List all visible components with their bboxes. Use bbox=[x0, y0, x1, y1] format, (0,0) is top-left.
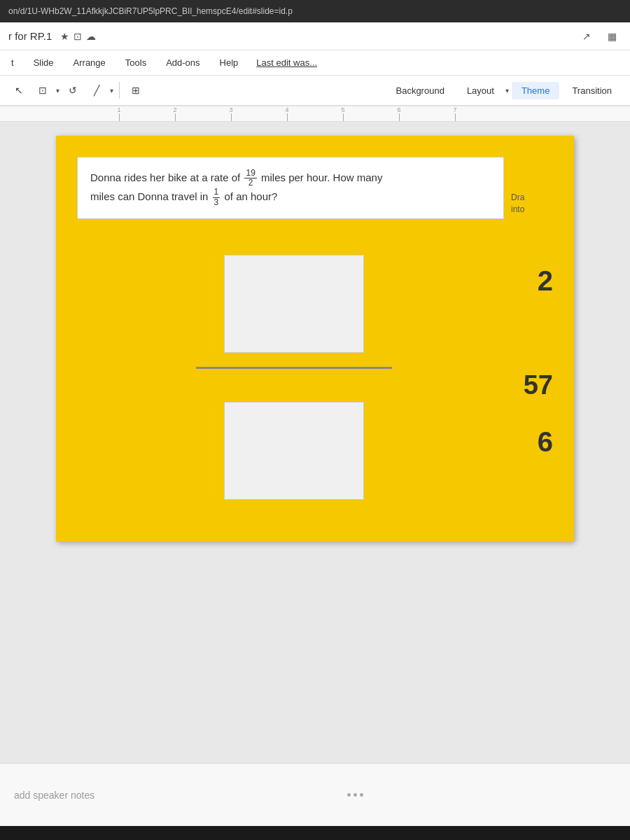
toolbar-separator-1 bbox=[119, 82, 120, 99]
title-bar: r for RP.1 ★ ⊡ ☁ ↗ ▦ bbox=[0, 22, 630, 50]
title-bar-left: r for RP.1 ★ ⊡ ☁ bbox=[8, 30, 96, 42]
plus-icon: ⊞ bbox=[132, 85, 140, 96]
right-panel-text: Dra into bbox=[511, 192, 564, 216]
side-number-6: 6 bbox=[538, 426, 553, 458]
ruler-mark-1: 1 bbox=[91, 106, 147, 122]
slide-area[interactable]: Donna rides her bike at a rate of 19 2 m… bbox=[0, 122, 630, 763]
grid-icon[interactable]: ▦ bbox=[602, 27, 622, 46]
dropdown-arrow-icon: ▾ bbox=[56, 87, 59, 94]
url-text: on/d/1U-WHb2W_11AfkkjkJCBiR7UP5lpPRC_BIl… bbox=[8, 6, 293, 16]
ruler-mark-7: 7 bbox=[427, 106, 483, 122]
menu-arrange[interactable]: Arrange bbox=[69, 55, 110, 71]
title-bar-right: ↗ ▦ bbox=[577, 27, 622, 46]
menu-file[interactable]: t bbox=[7, 55, 18, 71]
image-icon: ⊡ bbox=[38, 85, 47, 96]
answer-box-1[interactable] bbox=[224, 255, 364, 353]
layout-button[interactable]: Layout bbox=[457, 82, 504, 99]
menu-bar: t Slide Arrange Tools Add-ons Help Last … bbox=[0, 50, 630, 76]
line-tool-btn[interactable]: ╱ bbox=[86, 80, 107, 101]
right-panel-line1: Dra bbox=[511, 192, 564, 204]
ruler-marks: 1 2 3 4 5 6 7 bbox=[91, 106, 483, 122]
background-button[interactable]: Background bbox=[386, 82, 454, 99]
cloud-icon[interactable]: ☁ bbox=[86, 31, 96, 42]
line-icon: ╱ bbox=[94, 85, 99, 96]
cursor-icon: ↖ bbox=[15, 85, 23, 96]
menu-help[interactable]: Help bbox=[216, 55, 243, 71]
toolbar: ↖ ⊡ ▾ ↺ ╱ ▾ ⊞ Background Layout ▾ Theme … bbox=[0, 76, 630, 106]
divider-line bbox=[196, 367, 392, 369]
right-panel-line2: into bbox=[511, 204, 564, 216]
question-text-line2-before: miles can Donna travel in bbox=[90, 190, 208, 202]
menu-slide[interactable]: Slide bbox=[29, 55, 58, 71]
fraction2-denominator: 3 bbox=[213, 198, 220, 207]
dot-2 bbox=[354, 793, 357, 797]
speaker-notes-area: add speaker notes bbox=[0, 763, 630, 826]
cursor-tool-btn[interactable]: ↖ bbox=[8, 80, 29, 101]
image-dropdown[interactable]: ▾ bbox=[56, 87, 59, 94]
side-number-57: 57 bbox=[524, 370, 553, 400]
theme-button[interactable]: Theme bbox=[512, 82, 559, 99]
last-edit-link[interactable]: Last edit was... bbox=[256, 57, 317, 68]
url-bar: on/d/1U-WHb2W_11AfkkjkJCBiR7UP5lpPRC_BIl… bbox=[0, 0, 630, 22]
fraction-1: 19 2 bbox=[244, 169, 256, 188]
fraction1-numerator: 19 bbox=[244, 169, 256, 178]
layout-dropdown-arrow-icon: ▾ bbox=[505, 87, 509, 94]
title-icons: ★ ⊡ ☁ bbox=[60, 31, 96, 42]
undo-icon: ↺ bbox=[69, 85, 77, 96]
fraction-2: 1 3 bbox=[213, 188, 220, 206]
question-text-after: miles per hour. How many bbox=[261, 172, 382, 183]
star-icon[interactable]: ★ bbox=[60, 31, 69, 42]
question-line1: Donna rides her bike at a rate of 19 2 m… bbox=[90, 169, 491, 188]
undo-btn[interactable]: ↺ bbox=[62, 80, 83, 101]
ruler: 1 2 3 4 5 6 7 bbox=[0, 106, 630, 122]
add-slide-btn[interactable]: ⊞ bbox=[125, 80, 146, 101]
line-dropdown-arrow-icon: ▾ bbox=[110, 87, 113, 94]
answer-box-2[interactable] bbox=[224, 402, 364, 500]
bottom-area bbox=[0, 826, 630, 840]
menu-tools[interactable]: Tools bbox=[121, 55, 150, 71]
notes-dots bbox=[347, 793, 363, 797]
image-insert-btn[interactable]: ⊡ bbox=[32, 80, 53, 101]
slide-canvas[interactable]: Donna rides her bike at a rate of 19 2 m… bbox=[56, 136, 574, 542]
ruler-mark-3: 3 bbox=[203, 106, 259, 122]
dot-3 bbox=[360, 793, 363, 797]
layout-combo[interactable]: Layout ▾ bbox=[457, 82, 509, 99]
question-text-before: Donna rides her bike at a rate of bbox=[90, 172, 240, 183]
fraction2-numerator: 1 bbox=[213, 188, 220, 197]
fraction1-denominator: 2 bbox=[247, 178, 255, 188]
ruler-mark-6: 6 bbox=[371, 106, 427, 122]
menu-addons[interactable]: Add-ons bbox=[162, 55, 204, 71]
ruler-mark-2: 2 bbox=[147, 106, 203, 122]
transition-button[interactable]: Transition bbox=[562, 82, 622, 99]
side-number-2: 2 bbox=[538, 265, 553, 297]
dot-1 bbox=[347, 793, 351, 797]
folder-icon[interactable]: ⊡ bbox=[74, 31, 82, 42]
ruler-mark-4: 4 bbox=[259, 106, 315, 122]
document-title[interactable]: r for RP.1 bbox=[8, 30, 52, 42]
speaker-notes-placeholder[interactable]: add speaker notes bbox=[14, 790, 94, 801]
trending-icon[interactable]: ↗ bbox=[577, 27, 596, 46]
line-dropdown[interactable]: ▾ bbox=[110, 87, 113, 94]
question-text-line2-after: of an hour? bbox=[224, 190, 277, 202]
main-area: Donna rides her bike at a rate of 19 2 m… bbox=[0, 122, 630, 763]
question-box[interactable]: Donna rides her bike at a rate of 19 2 m… bbox=[77, 157, 504, 219]
toolbar-right: Background Layout ▾ Theme Transition bbox=[386, 82, 622, 99]
question-line2: miles can Donna travel in 1 3 of an hour… bbox=[90, 188, 491, 206]
ruler-mark-5: 5 bbox=[315, 106, 371, 122]
